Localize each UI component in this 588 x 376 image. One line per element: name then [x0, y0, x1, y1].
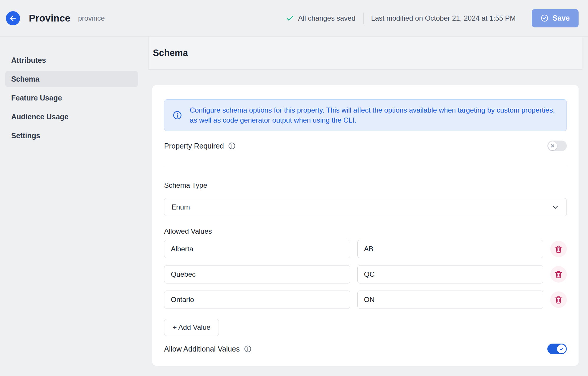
sidebar-item-audience-usage[interactable]: Audience Usage [5, 108, 138, 125]
schema-type-value: Enum [171, 203, 190, 211]
value-name-input[interactable] [164, 265, 350, 283]
top-bar: Province province All changes saved Last… [0, 0, 588, 37]
schema-type-select[interactable]: Enum [164, 198, 567, 216]
arrow-left-icon [9, 14, 17, 22]
main-content: Schema Configure schema options for this… [148, 37, 588, 376]
save-status-text: All changes saved [298, 14, 356, 22]
check-icon [286, 14, 294, 22]
schema-card: Configure schema options for this proper… [152, 85, 579, 366]
delete-value-button[interactable] [550, 291, 567, 308]
add-value-button[interactable]: + Add Value [164, 319, 219, 336]
info-icon [173, 111, 182, 120]
info-icon[interactable] [228, 142, 236, 150]
divider [164, 166, 567, 166]
allow-additional-label: Allow Additional Values [164, 345, 240, 353]
property-required-row: Property Required [164, 139, 567, 153]
sidebar-item-label: Attributes [11, 56, 46, 65]
property-required-label: Property Required [164, 142, 224, 150]
header-divider [363, 13, 364, 24]
allowed-values-label: Allowed Values [164, 227, 567, 236]
page-subtitle: province [78, 14, 105, 22]
sidebar-item-label: Feature Usage [11, 94, 62, 102]
sidebar-item-attributes[interactable]: Attributes [5, 52, 138, 68]
back-button[interactable] [6, 11, 20, 25]
last-modified-text: Last modified on October 21, 2024 at 1:5… [371, 14, 516, 22]
sidebar-item-label: Audience Usage [11, 113, 69, 121]
toggle-knob [557, 344, 566, 353]
value-code-input[interactable] [357, 265, 544, 283]
delete-value-button[interactable] [550, 241, 567, 257]
value-code-input[interactable] [357, 240, 544, 258]
trash-icon [554, 295, 563, 304]
info-icon[interactable] [244, 345, 252, 353]
sidebar: Attributes Schema Feature Usage Audience… [0, 37, 148, 376]
section-header: Schema [148, 37, 582, 70]
trash-icon [554, 245, 563, 253]
chevron-down-icon [552, 204, 559, 211]
save-button-label: Save [553, 14, 570, 22]
allow-additional-row: Allow Additional Values [164, 342, 567, 356]
circle-check-icon [541, 14, 549, 22]
value-name-input[interactable] [164, 240, 350, 258]
allowed-values-list [164, 240, 567, 309]
sidebar-item-label: Schema [11, 75, 39, 83]
save-status: All changes saved [286, 14, 356, 22]
value-code-input[interactable] [357, 291, 544, 309]
info-banner-text: Configure schema options for this proper… [190, 105, 558, 125]
value-name-input[interactable] [164, 291, 350, 309]
sidebar-item-label: Settings [11, 131, 40, 140]
property-required-toggle[interactable] [547, 141, 567, 151]
sidebar-item-settings[interactable]: Settings [5, 127, 138, 144]
trash-icon [554, 270, 563, 279]
section-title: Schema [153, 48, 188, 58]
sidebar-item-schema[interactable]: Schema [5, 71, 138, 87]
toggle-knob [548, 141, 557, 150]
allow-additional-toggle[interactable] [547, 344, 567, 354]
check-icon [559, 346, 564, 352]
sidebar-item-feature-usage[interactable]: Feature Usage [5, 90, 138, 106]
page-title: Province [29, 13, 70, 24]
save-button[interactable]: Save [532, 9, 579, 27]
x-icon [550, 144, 555, 148]
schema-type-label: Schema Type [164, 181, 567, 190]
info-banner: Configure schema options for this proper… [164, 99, 567, 131]
delete-value-button[interactable] [550, 266, 567, 283]
